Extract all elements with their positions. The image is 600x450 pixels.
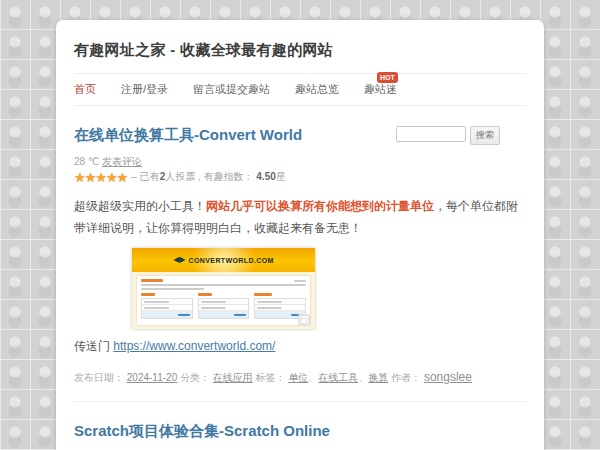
author-link[interactable]: songslee (424, 370, 472, 384)
tag-link[interactable]: 单位 (288, 372, 308, 383)
nav-item-submit-site[interactable]: 留言或提交趣站 (193, 82, 270, 97)
rating-row: ★★★★★ – 已有2人投票 , 有趣指数： 4.50星 (74, 170, 526, 184)
portal-url-link[interactable]: https://www.convertworld.com/ (113, 339, 275, 353)
converter-card (141, 293, 193, 319)
star-rating[interactable]: ★★★★★ (74, 171, 127, 184)
screenshot-header: ◀▶ CONVERTWORLD.COM (132, 248, 315, 272)
nav-item-home[interactable]: 首页 (74, 82, 96, 97)
post-1: 在线单位换算工具-Convert World 搜索 28 ℃ 发表评论 ★★★★… (74, 126, 526, 402)
search-button[interactable]: 搜索 (470, 126, 500, 145)
post-title-link[interactable]: 在线单位换算工具-Convert World (74, 126, 302, 145)
hot-badge: HOT (377, 72, 398, 83)
rating-text: – 已有2人投票 , 有趣指数： 4.50星 (131, 170, 286, 184)
portal-line: 传送门 https://www.convertworld.com/ (74, 338, 526, 355)
post-2: Scratch项目体验合集-Scratch Online 51 ℃ 1条回复 ★… (74, 422, 526, 450)
post-meta: 发布日期： 2024-11-20 分类： 在线应用 标签： 单位、在线工具、换算… (74, 370, 526, 385)
category-link[interactable]: 在线应用 (213, 372, 253, 383)
comments-link[interactable]: 发表评论 (102, 156, 142, 167)
post-separator (74, 401, 526, 402)
highlighted-text: 网站几乎可以换算所有你能想到的计量单位 (206, 199, 434, 213)
tag-link[interactable]: 在线工具 (318, 372, 358, 383)
search-box: 搜索 (396, 126, 500, 145)
nav-item-site-fans[interactable]: 趣站迷 HOT (364, 82, 397, 97)
main-nav: 首页 注册/登录 留言或提交趣站 趣站总览 趣站迷 HOT (74, 73, 526, 106)
search-input[interactable] (396, 126, 466, 142)
convertworld-logo: CONVERTWORLD.COM (188, 257, 273, 264)
screenshot-panel (137, 276, 310, 325)
converter-card (198, 293, 250, 319)
date-link[interactable]: 2024-11-20 (127, 372, 177, 383)
post-image-convertworld[interactable]: ◀▶ CONVERTWORLD.COM (132, 248, 315, 329)
content-card: 有趣网址之家 - 收藏全球最有趣的网站 首页 注册/登录 留言或提交趣站 趣站总… (56, 20, 544, 450)
post-stats: 28 ℃ 发表评论 (74, 155, 526, 169)
nav-item-register-login[interactable]: 注册/登录 (121, 82, 168, 97)
nav-item-site-overview[interactable]: 趣站总览 (295, 82, 339, 97)
post-title-link[interactable]: Scratch项目体验合集-Scratch Online (74, 422, 330, 441)
tag-link[interactable]: 换算 (368, 372, 388, 383)
convertworld-arrows-icon: ◀▶ (173, 256, 185, 264)
screenshot-body (132, 272, 315, 329)
site-title: 有趣网址之家 - 收藏全球最有趣的网站 (74, 41, 526, 60)
scroll-widget-icon (298, 314, 310, 326)
heat-counter: 28 ℃ (74, 156, 99, 167)
post-paragraph: 超级超级实用的小工具！网站几乎可以换算所有你能想到的计量单位，每个单位都附带详细… (74, 195, 526, 239)
nav-item-label: 趣站迷 (364, 83, 397, 95)
